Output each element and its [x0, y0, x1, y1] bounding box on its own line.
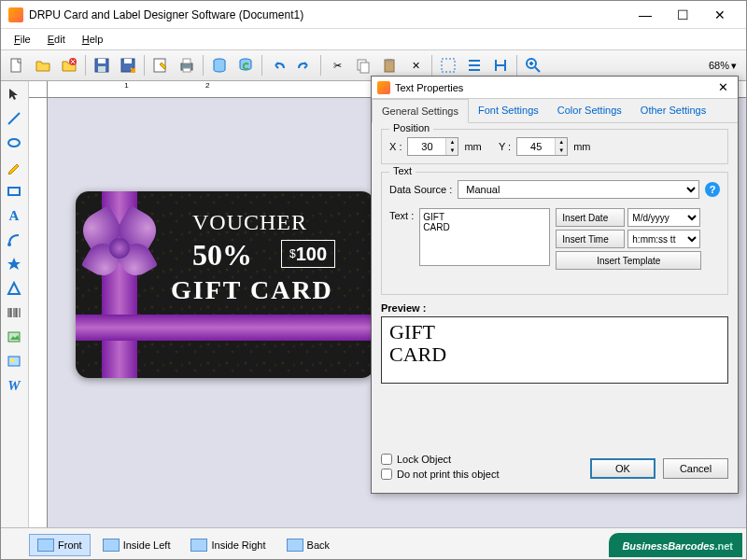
rectangle-tool-icon[interactable]: [3, 180, 25, 203]
page-icon: [287, 539, 303, 552]
titlebar-text: DRPU Card and Label Designer Software (D…: [29, 8, 627, 21]
voucher-text[interactable]: VOUCHER: [192, 210, 307, 235]
x-down-icon[interactable]: ▼: [446, 147, 458, 155]
wordart-tool-icon[interactable]: W: [3, 374, 25, 397]
paste-icon[interactable]: [377, 53, 402, 77]
svg-point-21: [7, 243, 11, 246]
svg-rect-20: [8, 188, 20, 195]
zoom-value: 68%: [709, 60, 729, 71]
menu-file[interactable]: File: [7, 32, 38, 47]
save-as-icon[interactable]: [116, 53, 140, 77]
lock-object-checkbox[interactable]: [381, 454, 392, 465]
vertical-ruler: [29, 98, 48, 527]
y-spinner[interactable]: ▲▼: [516, 137, 568, 156]
x-spinner[interactable]: ▲▼: [407, 137, 458, 156]
align-icon[interactable]: [462, 53, 486, 77]
price-box[interactable]: $100: [281, 240, 335, 268]
redo-icon[interactable]: [292, 53, 317, 77]
date-format-select[interactable]: M/d/yyyy: [627, 208, 700, 227]
insert-date-button[interactable]: Insert Date: [556, 208, 625, 227]
pointer-tool-icon[interactable]: [3, 83, 25, 105]
text-fieldset: Text Data Source : Manual ? Text : Inser…: [381, 172, 728, 295]
database-refresh-icon[interactable]: [233, 53, 258, 77]
position-label: Position: [389, 123, 433, 133]
data-source-select[interactable]: Manual: [458, 180, 699, 199]
database-icon[interactable]: [207, 53, 232, 77]
picture-tool-icon[interactable]: [3, 350, 25, 372]
page-icon: [37, 539, 54, 552]
ellipse-tool-icon[interactable]: [3, 132, 25, 154]
dialog-close-button[interactable]: ✕: [713, 80, 732, 94]
maximize-button[interactable]: ☐: [664, 2, 701, 28]
x-up-icon[interactable]: ▲: [446, 138, 458, 147]
percent-text[interactable]: 50%: [192, 238, 252, 273]
ruler-origin: [29, 81, 48, 98]
preview-box: GIFT CARD: [381, 316, 728, 384]
dialog-title: Text Properties: [395, 82, 463, 93]
distribute-icon[interactable]: [488, 53, 513, 77]
copy-icon[interactable]: [351, 53, 375, 77]
cancel-button[interactable]: Cancel: [663, 458, 728, 479]
minimize-button[interactable]: —: [627, 2, 664, 28]
titlebar: DRPU Card and Label Designer Software (D…: [1, 1, 746, 29]
barcode-tool-icon[interactable]: [3, 301, 25, 324]
tab-font-settings[interactable]: Font Settings: [469, 99, 548, 122]
menu-help[interactable]: Help: [75, 32, 111, 47]
open-folder-icon[interactable]: [31, 53, 55, 77]
gift-card-text[interactable]: GIFT CARD: [171, 275, 333, 305]
svg-point-19: [8, 139, 20, 147]
close-button[interactable]: ✕: [701, 2, 739, 28]
text-input[interactable]: [419, 208, 550, 266]
insert-template-button[interactable]: Insert Template: [556, 251, 701, 270]
tab-inside-left[interactable]: Inside Left: [94, 534, 179, 556]
help-icon[interactable]: ?: [705, 182, 720, 197]
insert-time-button[interactable]: Insert Time: [556, 230, 625, 248]
undo-icon[interactable]: [266, 53, 290, 77]
zoom-dropdown-icon[interactable]: ▾: [731, 60, 737, 72]
y-up-icon[interactable]: ▲: [556, 138, 567, 147]
pencil-tool-icon[interactable]: [3, 156, 25, 178]
preview-label: Preview :: [381, 302, 728, 314]
cut-icon[interactable]: ✂: [325, 53, 349, 77]
svg-rect-17: [442, 59, 455, 72]
menu-edit[interactable]: Edit: [40, 32, 73, 47]
tab-front[interactable]: Front: [29, 534, 91, 556]
new-document-icon[interactable]: [5, 53, 29, 77]
svg-rect-23: [8, 357, 20, 366]
text-tool-icon[interactable]: A: [3, 204, 25, 227]
time-format-select[interactable]: h:mm:ss tt: [627, 230, 700, 248]
dialog-icon: [377, 81, 390, 94]
select-all-icon[interactable]: [436, 53, 460, 77]
dialog-titlebar[interactable]: Text Properties ✕: [372, 77, 738, 99]
zoom-in-icon[interactable]: [521, 53, 545, 77]
tab-color-settings[interactable]: Color Settings: [548, 99, 631, 122]
y-down-icon[interactable]: ▼: [556, 147, 567, 155]
ok-button[interactable]: OK: [590, 458, 655, 479]
y-input[interactable]: [517, 138, 555, 155]
data-source-label: Data Source :: [389, 184, 452, 195]
tab-back[interactable]: Back: [278, 534, 338, 556]
dialog-footer: Lock Object Do not print this object OK …: [372, 448, 738, 493]
line-tool-icon[interactable]: [3, 107, 25, 130]
menubar: File Edit Help: [1, 29, 746, 49]
tab-inside-right[interactable]: Inside Right: [182, 534, 274, 556]
gift-card-design[interactable]: VOUCHER 50% $100 GIFT CARD: [76, 191, 374, 378]
delete-icon[interactable]: ✕: [403, 53, 428, 77]
tab-other-settings[interactable]: Other Settings: [631, 99, 715, 122]
x-unit: mm: [464, 141, 481, 152]
x-input[interactable]: [408, 138, 445, 155]
star-tool-icon[interactable]: [3, 253, 25, 275]
svg-rect-16: [387, 59, 392, 62]
edit-icon[interactable]: [148, 53, 173, 77]
text-section-label: Text: [389, 165, 416, 176]
position-fieldset: Position X : ▲▼ mm Y : ▲▼ mm: [381, 129, 728, 164]
close-document-icon[interactable]: [57, 53, 81, 77]
tab-general-settings[interactable]: General Settings: [372, 99, 469, 123]
triangle-tool-icon[interactable]: [3, 277, 25, 300]
do-not-print-checkbox[interactable]: [381, 469, 392, 480]
zoom-level[interactable]: 68% ▾: [709, 60, 742, 72]
arc-tool-icon[interactable]: [3, 229, 25, 251]
save-icon[interactable]: [90, 53, 114, 77]
image-tool-icon[interactable]: [3, 326, 25, 348]
print-icon[interactable]: [175, 53, 199, 77]
